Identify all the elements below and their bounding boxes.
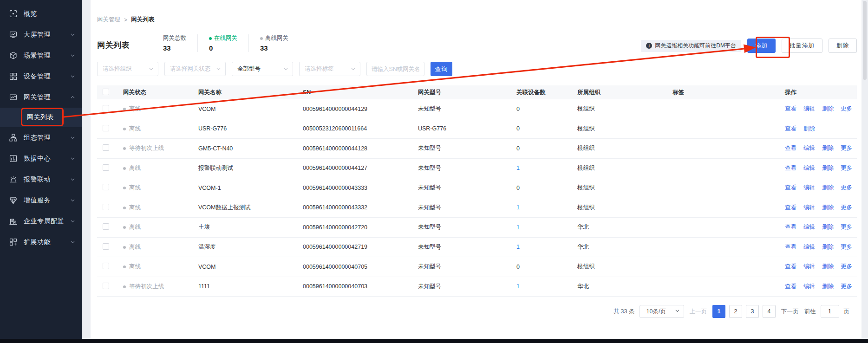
- row-action[interactable]: 删除: [822, 243, 834, 251]
- batch-add-button[interactable]: 批量添加: [782, 39, 822, 53]
- prev-page-button[interactable]: 上一页: [690, 308, 707, 316]
- tag-select[interactable]: 请选择标签: [299, 62, 360, 76]
- breadcrumb-current: 网关列表: [131, 16, 154, 24]
- row-action[interactable]: 删除: [822, 164, 834, 172]
- page-number-list: 1234: [712, 305, 776, 318]
- row-action[interactable]: 更多: [841, 164, 852, 172]
- sidebar-item-bigscreen[interactable]: 大屏管理: [0, 24, 82, 45]
- row-action[interactable]: 更多: [841, 184, 852, 192]
- chevron-down-icon: [70, 177, 75, 182]
- row-action[interactable]: 查看: [785, 125, 796, 133]
- row-action[interactable]: 编辑: [803, 243, 815, 251]
- model-select[interactable]: 全部型号: [232, 62, 293, 76]
- gateway-model: 未知型号: [412, 184, 511, 192]
- row-action[interactable]: 查看: [785, 184, 796, 192]
- device-count[interactable]: 1: [516, 244, 520, 250]
- row-action[interactable]: 编辑: [803, 164, 815, 172]
- delete-button[interactable]: 删除: [829, 39, 857, 53]
- gateway-sn: 00059614000000044128: [297, 145, 412, 152]
- row-action[interactable]: 查看: [785, 283, 796, 291]
- row-action[interactable]: 编辑: [803, 144, 815, 152]
- sidebar-item-overview[interactable]: 概览: [0, 3, 82, 24]
- gateway-name: GM5-CT-N40: [193, 145, 297, 152]
- device-count: 0: [516, 145, 520, 152]
- row-action[interactable]: 删除: [822, 204, 834, 212]
- status-dot: [123, 147, 126, 150]
- sidebar-item-gateway[interactable]: 网关管理: [0, 87, 82, 108]
- row-action[interactable]: 更多: [841, 204, 852, 212]
- sidebar-item-configuration[interactable]: 组态管理: [0, 127, 82, 148]
- row-checkbox[interactable]: [103, 223, 109, 230]
- row-action[interactable]: 更多: [841, 283, 852, 291]
- row-checkbox[interactable]: [103, 125, 109, 131]
- row-action[interactable]: 更多: [841, 105, 852, 113]
- query-button[interactable]: 查询: [431, 62, 452, 76]
- dm-platform-notice: i 网关运维相关功能可前往DM平台: [641, 40, 741, 52]
- sidebar-item-alarm[interactable]: 报警联动: [0, 169, 82, 190]
- row-checkbox[interactable]: [103, 164, 109, 171]
- page-size-select[interactable]: 10条/页: [640, 305, 684, 318]
- row-action[interactable]: 删除: [822, 144, 834, 152]
- row-checkbox[interactable]: [103, 204, 109, 210]
- table-row: 离线温湿度00059614000000042719未知型号1华北查看编辑删除更多: [97, 238, 857, 258]
- row-action[interactable]: 编辑: [803, 105, 815, 113]
- row-action[interactable]: 查看: [785, 164, 796, 172]
- goto-page-input[interactable]: 1: [821, 305, 839, 318]
- row-checkbox[interactable]: [103, 105, 109, 111]
- gateway-status-select[interactable]: 请选择网关状态: [164, 62, 226, 76]
- row-action[interactable]: 删除: [822, 223, 834, 231]
- sidebar-item-enterprise[interactable]: 企业专属配置: [0, 211, 82, 232]
- table-row: 离线VCOM-100059614000000043333未知型号0根组织查看编辑…: [97, 178, 857, 198]
- row-action[interactable]: 编辑: [803, 283, 815, 291]
- row-action[interactable]: 删除: [822, 263, 834, 271]
- row-checkbox[interactable]: [103, 184, 109, 190]
- row-action[interactable]: 查看: [785, 263, 796, 271]
- row-checkbox[interactable]: [103, 283, 109, 289]
- gateway-model: 未知型号: [412, 243, 511, 251]
- device-count[interactable]: 1: [516, 224, 520, 231]
- scrollbar-thumb[interactable]: [863, 1, 867, 80]
- row-action[interactable]: 删除: [822, 105, 834, 113]
- row-action[interactable]: 查看: [785, 204, 796, 212]
- row-action[interactable]: 删除: [822, 184, 834, 192]
- next-page-button[interactable]: 下一页: [781, 308, 799, 316]
- page-button-4[interactable]: 4: [763, 305, 776, 318]
- select-all-checkbox[interactable]: [103, 89, 109, 95]
- row-action[interactable]: 编辑: [803, 184, 815, 192]
- row-action[interactable]: 删除: [822, 283, 834, 291]
- row-action[interactable]: 编辑: [803, 223, 815, 231]
- sidebar-item-extension[interactable]: 扩展功能: [0, 232, 82, 252]
- page-button-1[interactable]: 1: [712, 305, 725, 318]
- organization-select[interactable]: 请选择组织: [97, 62, 158, 76]
- sidebar-subitem-gateway-list[interactable]: 网关列表: [0, 108, 82, 127]
- row-checkbox[interactable]: [103, 263, 109, 269]
- row-action[interactable]: 查看: [785, 144, 796, 152]
- row-checkbox[interactable]: [103, 144, 109, 151]
- row-action[interactable]: 查看: [785, 105, 796, 113]
- row-action[interactable]: 编辑: [803, 204, 815, 212]
- sidebar-item-datacenter[interactable]: 数据中心: [0, 148, 82, 169]
- device-count[interactable]: 1: [516, 204, 520, 211]
- sidebar-item-device[interactable]: 设备管理: [0, 66, 82, 87]
- organization: 根组织: [572, 105, 667, 113]
- row-action[interactable]: 更多: [841, 223, 852, 231]
- sidebar-item-value-service[interactable]: 增值服务: [0, 190, 82, 211]
- page-button-2[interactable]: 2: [729, 305, 742, 318]
- row-action[interactable]: 查看: [785, 223, 796, 231]
- add-button[interactable]: 添加: [747, 39, 776, 53]
- gateway-status: 离线: [129, 224, 141, 230]
- device-count[interactable]: 1: [516, 165, 520, 171]
- breadcrumb-parent[interactable]: 网关管理: [97, 16, 120, 24]
- row-checkbox[interactable]: [103, 243, 109, 250]
- row-action[interactable]: 更多: [841, 243, 852, 251]
- sidebar-item-scene[interactable]: 场景管理: [0, 45, 82, 66]
- row-action[interactable]: 查看: [785, 243, 796, 251]
- page-button-3[interactable]: 3: [746, 305, 759, 318]
- sn-search-input[interactable]: [366, 62, 424, 76]
- row-action[interactable]: 编辑: [803, 263, 815, 271]
- gateway-name: 温湿度: [193, 243, 297, 251]
- row-action[interactable]: 更多: [841, 144, 852, 152]
- row-action[interactable]: 删除: [803, 125, 815, 133]
- row-action[interactable]: 更多: [841, 263, 852, 271]
- device-count[interactable]: 1: [516, 283, 520, 290]
